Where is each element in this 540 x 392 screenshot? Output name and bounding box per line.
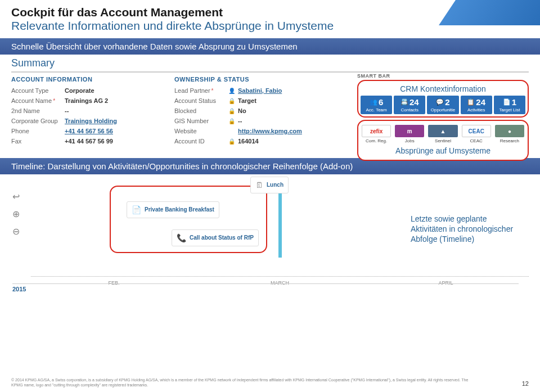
tile-icon: 📋 (467, 98, 475, 106)
field-value: -- (238, 118, 242, 124)
card-text: Lunch (267, 182, 284, 188)
field-label: Corporate Group (11, 118, 65, 124)
timeline-year: 2015 (12, 283, 519, 292)
field-value[interactable]: http://www.kpmg.com (238, 128, 302, 134)
tile-count: 1 (512, 97, 516, 107)
phone-icon: 📞 (177, 233, 186, 242)
external-tile[interactable]: ●Research (494, 123, 525, 145)
external-tile[interactable]: ▲Sentinel (427, 123, 458, 145)
field-label: Account Type (11, 87, 65, 94)
timeline-controls: ↩ ⊕ ⊖ (12, 191, 20, 237)
document-icon: 📄 (132, 205, 141, 214)
tile-count: 24 (410, 97, 419, 107)
ext-label: Jobs (395, 138, 424, 143)
lock-icon: 🔒 (228, 138, 236, 145)
field-value: No (238, 107, 246, 114)
field-label: Lead Partner* (174, 87, 228, 94)
field-label: Account ID (174, 138, 228, 145)
info-row: Account TypeCorporate (11, 87, 169, 94)
tile-icon: 💬 (436, 98, 444, 106)
calendar-icon: 🗓 (255, 181, 263, 190)
info-row: Corporate GroupTrainings Holding (11, 118, 169, 124)
ext-label: Research (495, 138, 524, 143)
field-value: Corporate (65, 87, 94, 94)
brand-icon: ● (495, 125, 524, 137)
field-value: Target (238, 97, 256, 104)
field-label: Account Name* (11, 97, 65, 104)
card-text: Call about Status of RfP (190, 235, 254, 241)
field-value: +41 44 567 56 99 (65, 138, 113, 145)
tile-count: 24 (476, 97, 485, 107)
zoom-in-icon[interactable]: ⊕ (12, 209, 20, 219)
field-value[interactable]: Trainings Holding (65, 118, 117, 124)
timeline-card-call[interactable]: 📞 Call about Status of RfP (172, 229, 259, 246)
smartbar-tile[interactable]: 👥6Acc. Team (361, 96, 392, 114)
tile-icon: 👥 (370, 98, 377, 106)
smartbar-ext-box: zefixCom. Reg.mJobs▲SentinelCEACCEAC●Res… (357, 120, 529, 161)
tile-label: Activities (462, 107, 491, 112)
tile-count: 2 (445, 97, 449, 107)
card-text: Private Banking Breakfast (145, 206, 214, 213)
brand-icon: m (395, 125, 424, 137)
smartbar-crm-box: CRM Kontextinformation 👥6Acc. Team📇24Con… (357, 80, 529, 118)
info-row: Blocked🔒No (174, 107, 332, 114)
tile-label: Acc. Team (362, 107, 391, 112)
field-value: Trainings AG 2 (65, 97, 108, 104)
ext-label: CEAC (462, 138, 491, 143)
annotation-crm: CRM Kontextinformation (361, 83, 525, 96)
zoom-out-icon[interactable]: ⊖ (12, 226, 20, 237)
ext-label: Com. Reg. (362, 138, 391, 143)
info-row: GIS Number🔒-- (174, 118, 332, 124)
annotation-timeline: Letzte sowie geplante Aktivitäten in chr… (411, 214, 523, 245)
info-row: Lead Partner*👤Sabatini, Fabio (174, 87, 332, 94)
banner-overview: Schnelle Übersicht über vorhandene Daten… (0, 38, 540, 55)
timeline-card-breakfast[interactable]: 📄 Private Banking Breakfast (127, 201, 219, 218)
smartbar-tile[interactable]: 📇24Contacts (394, 96, 425, 114)
smartbar-label: SMART BAR (357, 73, 529, 79)
tile-icon: 📇 (400, 98, 408, 106)
lock-icon: 🔒 (228, 118, 236, 124)
lock-icon: 🔒 (228, 98, 236, 104)
field-label: Blocked (174, 107, 228, 114)
brand-icon: zefix (362, 125, 391, 137)
field-value[interactable]: Sabatini, Fabio (238, 87, 282, 94)
tile-label: Opportunitie (428, 107, 457, 112)
footer: © 2014 KPMG AG/SA, a Swiss corporation, … (11, 378, 529, 388)
timeline-card-lunch[interactable]: 🗓 Lunch (250, 177, 289, 193)
info-row: Fax+41 44 567 56 99 (11, 138, 169, 145)
back-icon[interactable]: ↩ (12, 191, 20, 202)
field-label: Fax (11, 138, 65, 145)
info-row: Phone+41 44 567 56 56 (11, 128, 169, 134)
footer-text: © 2014 KPMG AG/SA, a Swiss corporation, … (11, 378, 472, 388)
field-label: Website (174, 128, 228, 134)
ownership-label: OWNERSHIP & STATUS (174, 76, 332, 83)
smartbar-tile[interactable]: 📋24Activities (461, 96, 492, 114)
external-tile[interactable]: mJobs (394, 123, 425, 145)
smartbar-tile[interactable]: 💬2Opportunitie (427, 96, 458, 114)
field-value[interactable]: +41 44 567 56 56 (65, 128, 113, 134)
info-row: Websitehttp://www.kpmg.com (174, 128, 332, 134)
external-tile[interactable]: CEACCEAC (461, 123, 492, 145)
ext-label: Sentinel (428, 138, 457, 143)
field-label: GIS Number (174, 118, 228, 124)
info-row: Account Name*Trainings AG 2 (11, 97, 169, 104)
lock-icon: 🔒 (228, 108, 236, 114)
tile-count: 6 (379, 97, 383, 107)
field-value: 164014 (238, 138, 259, 145)
brand-icon: CEAC (462, 125, 491, 137)
field-label: Phone (11, 128, 65, 134)
field-value: -- (65, 107, 69, 114)
field-label: Account Status (174, 97, 228, 104)
summary-heading: Summary (11, 57, 529, 73)
account-info-label: ACCOUNT INFORMATION (11, 76, 169, 83)
info-row: Account Status🔒Target (174, 97, 332, 104)
info-row: Account ID🔒164014 (174, 138, 332, 145)
tile-label: Target List (495, 107, 524, 112)
corner-decoration (439, 0, 540, 25)
brand-icon: ▲ (428, 125, 457, 137)
lock-icon: 👤 (228, 88, 236, 94)
smartbar-tile[interactable]: 📄1Target List (494, 96, 525, 114)
tile-label: Contacts (395, 107, 424, 112)
external-tile[interactable]: zefixCom. Reg. (361, 123, 392, 145)
timeline-axis (31, 276, 529, 277)
